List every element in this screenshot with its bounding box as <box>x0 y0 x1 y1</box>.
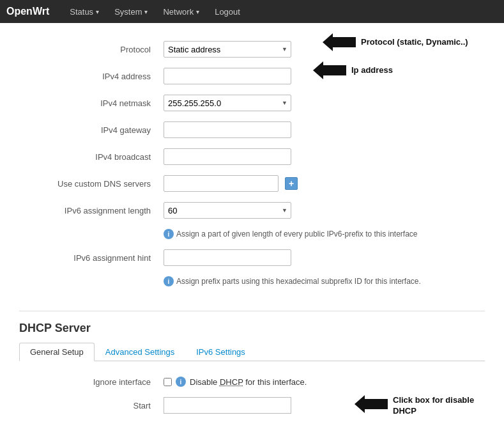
protocol-annotation-text: Protocol (static, Dynamic..) <box>361 37 468 48</box>
info-icon: i <box>164 229 174 239</box>
dns-input[interactable] <box>164 175 279 192</box>
dhcp-annotation-text: Click box for disable DHCP <box>393 395 474 417</box>
ipv4-netmask-select[interactable]: 255.255.255.0 255.255.0.0 255.0.0.0 <box>164 95 291 111</box>
ipaddr-annotation-text: Ip address <box>351 65 393 76</box>
dhcp-annotation: Click box for disable DHCP <box>355 395 474 417</box>
ipv4-address-label: IPv4 address <box>19 63 160 90</box>
protocol-label: Protocol <box>19 36 160 63</box>
tab-ipv6-settings[interactable]: IPv6 Settings <box>185 343 256 361</box>
main-content: Protocol Static address DHCP client PPPo… <box>0 23 504 432</box>
ipv6-hint-input[interactable] <box>164 249 291 266</box>
ipv6-hint-info: i Assign prefix parts using this hexadec… <box>164 276 481 286</box>
ipv4-netmask-select-wrap: 255.255.255.0 255.255.0.0 255.0.0.0 <box>164 95 291 111</box>
ipv4-gateway-input[interactable] <box>164 121 291 138</box>
start-label: Start <box>19 392 160 419</box>
dhcp-section-title: DHCP Server <box>19 322 485 335</box>
arrow-left-icon <box>355 395 388 413</box>
info-icon: i <box>164 276 174 286</box>
ipv6-hint-label: IPv6 assignment hint <box>19 244 160 271</box>
nav-logout[interactable]: Logout <box>207 0 248 23</box>
ipv6-length-label: IPv6 assignment length <box>19 197 160 224</box>
ipv6-length-select[interactable]: 60 48 56 64 <box>164 202 291 219</box>
nav-status[interactable]: Status ▾ <box>62 0 107 23</box>
ipv4-broadcast-label: IPv4 broadcast <box>19 143 160 170</box>
protocol-annotation: Protocol (static, Dynamic..) <box>323 33 468 51</box>
chevron-down-icon: ▾ <box>196 8 199 15</box>
ipv4-gateway-label: IPv4 gateway <box>19 116 160 143</box>
ipv4-gateway-row: IPv4 gateway <box>19 116 485 143</box>
chevron-down-icon: ▾ <box>144 8 148 15</box>
ipv6-length-select-wrap: 60 48 56 64 <box>164 202 291 219</box>
dhcp-tabs: General Setup Advanced Settings IPv6 Set… <box>19 343 485 361</box>
chevron-down-icon: ▾ <box>96 8 99 15</box>
arrow-left-icon <box>313 61 346 79</box>
dns-add-icon[interactable]: + <box>285 177 298 190</box>
nav-network[interactable]: Network ▾ <box>155 0 207 23</box>
ipv6-length-row: IPv6 assignment length 60 48 56 64 <box>19 197 485 224</box>
dns-label: Use custom DNS servers <box>19 170 160 197</box>
info-icon-dhcp: i <box>176 377 186 387</box>
disable-dhcp-text: Disable DHCP for this interface. <box>190 377 307 387</box>
dns-row: Use custom DNS servers + <box>19 170 485 197</box>
ipv6-length-info-row: i Assign a part of given length of every… <box>19 224 485 244</box>
ipaddr-annotation: Ip address <box>313 61 393 79</box>
ipv4-broadcast-input[interactable] <box>164 148 291 165</box>
navbar: OpenWrt Status ▾ System ▾ Network ▾ Logo… <box>0 0 504 23</box>
ipv6-length-info: i Assign a part of given length of every… <box>164 229 481 239</box>
ipv4-address-input[interactable]: 192.168.1.1 <box>164 68 291 84</box>
ipv4-netmask-row: IPv4 netmask 255.255.255.0 255.255.0.0 2… <box>19 90 485 116</box>
ipv6-hint-row: IPv6 assignment hint <box>19 244 485 271</box>
tab-general-setup[interactable]: General Setup <box>19 343 95 361</box>
ipv4-address-row: IPv4 address 192.168.1.1 <box>19 63 485 90</box>
interface-form: Protocol Static address DHCP client PPPo… <box>19 36 485 292</box>
ipv4-netmask-label: IPv4 netmask <box>19 90 160 116</box>
ipv4-broadcast-row: IPv4 broadcast <box>19 143 485 170</box>
arrow-left-icon <box>323 33 356 51</box>
nav-system[interactable]: System ▾ <box>107 0 155 23</box>
tab-advanced-settings[interactable]: Advanced Settings <box>95 343 185 361</box>
ignore-interface-label: Ignore interface <box>19 371 160 392</box>
brand-logo: OpenWrt <box>6 6 49 17</box>
disable-suffix: for this interface. <box>245 377 307 387</box>
protocol-select[interactable]: Static address DHCP client PPPoE <box>164 41 291 58</box>
ignore-interface-checkbox[interactable] <box>164 378 172 386</box>
protocol-select-wrap: Static address DHCP client PPPoE <box>164 41 291 58</box>
start-input[interactable]: 100 <box>164 397 291 414</box>
ipv6-hint-info-row: i Assign prefix parts using this hexadec… <box>19 271 485 292</box>
ignore-interface-row: Ignore interface i Disable DHCP for this… <box>19 371 485 392</box>
